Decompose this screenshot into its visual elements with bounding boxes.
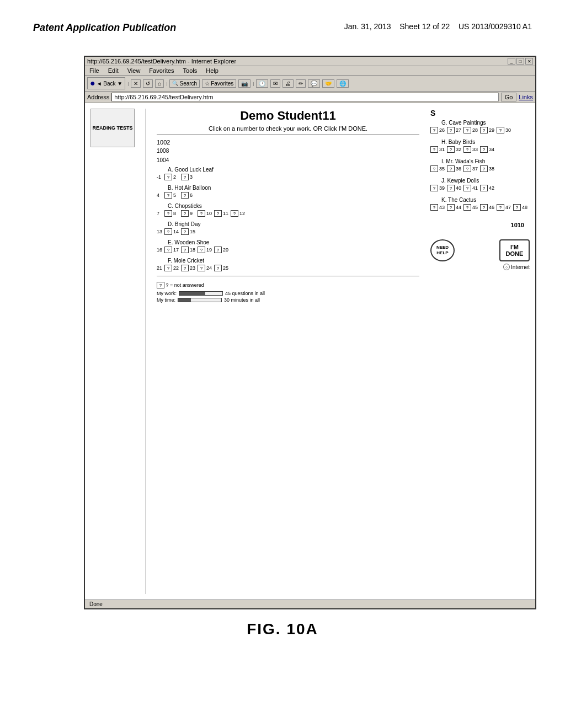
menu-file[interactable]: File bbox=[89, 67, 99, 74]
discuss-btn[interactable]: 💬 bbox=[308, 79, 320, 88]
passage-a-title: A. Good Luck Leaf bbox=[168, 167, 419, 173]
passage-k-title: K. The Cactus bbox=[441, 197, 530, 203]
q-39[interactable]: ? bbox=[430, 185, 438, 191]
back-button[interactable]: ● ◄ Back ▼ bbox=[87, 77, 125, 89]
address-bar: Address Go Links bbox=[85, 92, 535, 103]
browser-content: READING TESTS Demo Student11 Click on a … bbox=[85, 103, 535, 599]
q-33[interactable]: ? bbox=[463, 146, 471, 153]
home-btn[interactable]: ⌂ bbox=[155, 79, 164, 88]
q-41[interactable]: ? bbox=[463, 185, 471, 191]
right-panel: S G. Cave Paintings ? 26 ? 27 ? 28 ? 29 … bbox=[430, 109, 530, 594]
q-35[interactable]: ? bbox=[430, 165, 438, 172]
instruction-text: Click on a number to check your work. OR… bbox=[157, 125, 419, 135]
q-28[interactable]: ? bbox=[463, 127, 471, 133]
passage-d-questions: 13 ? 14 ? 15 bbox=[157, 228, 419, 235]
links-button[interactable]: Links bbox=[519, 94, 533, 100]
favorites-btn[interactable]: ☆ Favorites bbox=[202, 79, 236, 88]
browser-toolbar: ● ◄ Back ▼ | ✕ ↺ ⌂ | 🔍 Search ☆ Favorite… bbox=[85, 76, 535, 92]
q-box-12[interactable]: ? bbox=[231, 210, 238, 217]
student-name: Demo Student11 bbox=[157, 109, 419, 123]
sub-number: 1004 bbox=[157, 157, 419, 163]
sidebar-nav: READING TESTS bbox=[90, 109, 146, 594]
q-30[interactable]: ? bbox=[497, 127, 504, 133]
menu-favorites[interactable]: Favorites bbox=[149, 67, 174, 74]
q-box-2[interactable]: ? bbox=[164, 174, 172, 180]
passages-left: A. Good Luck Leaf -1 ? 2 ? 3 B. Hot Air … bbox=[157, 167, 419, 271]
search-btn[interactable]: 🔍 Search bbox=[169, 79, 200, 88]
passage-f: F. Mole Cricket 21 ? 22 ? 23 ? 24 ? 25 bbox=[157, 258, 419, 271]
q-46[interactable]: ? bbox=[480, 204, 488, 211]
menu-view[interactable]: View bbox=[127, 67, 141, 74]
q-box-20[interactable]: ? bbox=[214, 247, 222, 253]
edit-btn[interactable]: ✏ bbox=[296, 79, 306, 88]
q-box-18[interactable]: ? bbox=[181, 247, 189, 253]
q-26[interactable]: ? bbox=[430, 127, 438, 133]
q-box-3[interactable]: ? bbox=[181, 174, 189, 180]
q-47[interactable]: ? bbox=[497, 204, 504, 211]
q-box-22[interactable]: ? bbox=[164, 265, 172, 271]
q-37[interactable]: ? bbox=[463, 165, 471, 172]
q-box-25[interactable]: ? bbox=[214, 265, 222, 271]
status-bar: Done bbox=[85, 599, 535, 608]
q-box-11[interactable]: ? bbox=[214, 210, 222, 217]
menu-tools[interactable]: Tools bbox=[183, 67, 198, 74]
maximize-button[interactable]: □ bbox=[516, 58, 524, 65]
pub-date: Jan. 31, 2013 Sheet 12 of 22 US 2013/002… bbox=[344, 22, 532, 31]
messenger-btn[interactable]: 🤝 bbox=[322, 79, 334, 88]
q-36[interactable]: ? bbox=[447, 165, 455, 172]
q-48[interactable]: ? bbox=[513, 204, 521, 211]
q-43[interactable]: ? bbox=[430, 204, 438, 211]
q-44[interactable]: ? bbox=[447, 204, 455, 211]
q-box-10[interactable]: ? bbox=[198, 210, 205, 217]
address-input[interactable] bbox=[111, 93, 498, 101]
history-btn[interactable]: 🕐 bbox=[256, 79, 268, 88]
menu-help[interactable]: Help bbox=[206, 67, 218, 74]
my-time-label: My time: bbox=[157, 297, 175, 303]
globe-icon: ○ bbox=[503, 264, 510, 270]
q-box-6[interactable]: ? bbox=[181, 192, 189, 199]
q-34[interactable]: ? bbox=[480, 146, 488, 153]
need-help-button[interactable]: NEED HELP bbox=[430, 239, 455, 261]
q-32[interactable]: ? bbox=[447, 146, 455, 153]
browser-menubar: File Edit View Favorites Tools Help bbox=[85, 66, 535, 76]
passage-c-questions: 7 ? 8 ? 9 ? 10 ? 11 ? 12 bbox=[157, 210, 419, 217]
menu-edit[interactable]: Edit bbox=[108, 67, 119, 74]
q-box-8[interactable]: ? bbox=[164, 210, 172, 217]
passage-j-questions: ? 39 ? 40 ? 41 ? 42 bbox=[430, 185, 530, 191]
stop-refresh-btn[interactable]: ✕ bbox=[131, 79, 141, 88]
q-45[interactable]: ? bbox=[463, 204, 471, 211]
q-29[interactable]: ? bbox=[480, 127, 488, 133]
im-done-button[interactable]: I'M DONE bbox=[499, 239, 530, 261]
print-btn[interactable]: 🖨 bbox=[282, 79, 294, 88]
go-button[interactable]: Go bbox=[501, 93, 517, 101]
q-40[interactable]: ? bbox=[447, 185, 455, 191]
q-box-19[interactable]: ? bbox=[198, 247, 205, 253]
close-button[interactable]: ✕ bbox=[525, 58, 533, 65]
passage-i: I. Mr. Wada's Fish ? 35 ? 36 ? 37 ? 38 bbox=[430, 158, 530, 173]
q-box-5[interactable]: ? bbox=[164, 192, 172, 199]
q-box-14[interactable]: ? bbox=[164, 228, 172, 235]
q-27[interactable]: ? bbox=[447, 127, 455, 133]
footer-section: ? ? = not answered My work: 45 questions… bbox=[157, 282, 419, 303]
mail-btn[interactable]: ✉ bbox=[270, 79, 280, 88]
ie-btn[interactable]: 🌐 bbox=[337, 79, 349, 88]
passage-e: E. Wooden Shoe 16 ? 17 ? 18 ? 19 ? 20 bbox=[157, 239, 419, 253]
passage-g-title: G. Cave Paintings bbox=[441, 120, 530, 126]
refresh-btn[interactable]: ↺ bbox=[143, 79, 153, 88]
minimize-button[interactable]: _ bbox=[508, 58, 515, 65]
passage-h-questions: ? 31 ? 32 ? 33 ? 34 bbox=[430, 146, 530, 153]
s-label: S bbox=[430, 109, 435, 117]
q-31[interactable]: ? bbox=[430, 146, 438, 153]
media-btn[interactable]: 📷 bbox=[238, 79, 250, 88]
q-box-15[interactable]: ? bbox=[181, 228, 189, 235]
q-42[interactable]: ? bbox=[480, 185, 488, 191]
internet-label: Internet bbox=[511, 264, 530, 270]
q-38[interactable]: ? bbox=[480, 165, 488, 172]
passage-i-title: I. Mr. Wada's Fish bbox=[441, 158, 530, 164]
q-box-23[interactable]: ? bbox=[181, 265, 189, 271]
q-box-24[interactable]: ? bbox=[198, 265, 205, 271]
q-box-9[interactable]: ? bbox=[181, 210, 189, 217]
q-box-17[interactable]: ? bbox=[164, 247, 172, 253]
page-header: Patent Application Publication Jan. 31, … bbox=[0, 0, 565, 45]
figure-label: FIG. 10A bbox=[247, 620, 318, 638]
